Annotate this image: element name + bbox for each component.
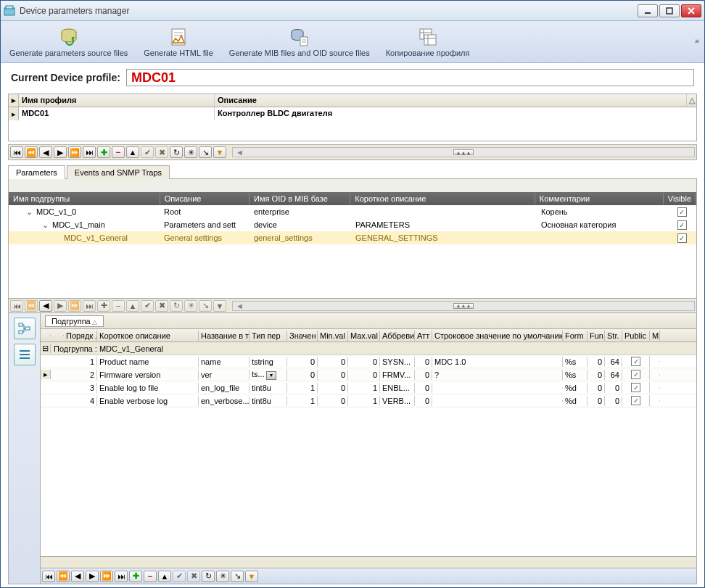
nav-nextpage-button[interactable]: ⏩ [68,146,81,158]
tree-col-visible[interactable]: Visible [664,193,696,204]
cell-type[interactable]: ts...▾ [250,369,287,381]
grid-scrollbar[interactable] [41,556,696,568]
col-strdef[interactable]: Строковое значение по умолчанию [432,331,563,341]
splitter-handle[interactable]: ▲▲▲ [453,303,474,309]
tree-nav-delete[interactable]: − [112,300,125,312]
profiles-row[interactable]: ▸ MDC01 Контроллер BLDC двигателя [9,107,696,120]
tree-nav-prev[interactable]: ◀ [39,300,52,312]
tree-scrollbar[interactable]: ◄ ▲▲▲ [232,301,695,311]
sidebar-tree-view-button[interactable] [14,318,36,339]
nav-gotobookmark-button[interactable]: ↘ [199,146,212,158]
gnav-nextpage[interactable]: ⏩ [100,571,113,582]
gnav-delete[interactable]: − [144,571,157,582]
profiles-grid[interactable]: ▸ Имя профиля Описание △ ▸ MDC01 Контрол… [8,94,697,141]
generate-params-button[interactable]: Generate parameters source files [5,25,132,59]
visible-checkbox[interactable]: ✓ [677,220,687,230]
col-max[interactable]: Max.val [348,331,380,341]
params-row[interactable]: 4Enable verbose logen_verbose...tint8u10… [41,394,696,407]
tree-row[interactable]: MDC_v1_General General settings general_… [9,231,696,244]
profiles-col-name[interactable]: Имя профиля [19,94,215,107]
gnav-prevpage[interactable]: ⏪ [57,571,70,582]
expander-icon[interactable]: ⌄ [25,207,33,217]
dropdown-icon[interactable]: ▾ [266,371,276,380]
nav-scrollbar[interactable]: ◄ ▲▲▲ [232,147,695,157]
sidebar-list-view-button[interactable] [14,344,36,365]
tree-col-desc[interactable]: Описание [160,193,250,204]
col-fun[interactable]: Fun [588,331,605,341]
gnav-filter[interactable]: ▼ [245,571,258,582]
cell-pub[interactable]: ✓ [622,356,650,367]
nav-refresh-button[interactable]: ↻ [170,146,183,158]
params-row[interactable]: 1Product namenametstring000SYSN...0MDC 1… [41,355,696,368]
tree-nav-next[interactable]: ▶ [54,300,67,312]
nav-insert-button[interactable]: ✚ [97,146,110,158]
cell-pub[interactable]: ✓ [622,382,650,393]
visible-checkbox[interactable]: ✓ [677,233,687,243]
gnav-last[interactable]: ⏭ [115,571,128,582]
tab-parameters[interactable]: Parameters [8,165,65,179]
tree-rows[interactable]: ⌄MDC_v1_0 Root enterprise Корень ✓ ⌄MDC_… [9,205,696,298]
gnav-post[interactable]: ✔ [173,571,186,582]
tree-nav-filter[interactable]: ▼ [213,300,226,312]
col-m[interactable]: M [650,331,660,341]
toolbar-expand-button[interactable]: » [693,24,701,57]
tab-events[interactable]: Events and SNMP Traps [67,165,170,179]
params-row[interactable]: ▸2Firmware versionverts...▾000FRMV...0?%… [41,368,696,381]
nav-edit-button[interactable]: ▲ [126,146,139,158]
nav-last-button[interactable]: ⏭ [83,146,96,158]
params-grid-body[interactable]: ⊟ Подгруппа : MDC_v1_General 1Product na… [41,342,696,556]
col-type[interactable]: Тип пер [250,331,287,341]
profiles-col-desc[interactable]: Описание [215,94,686,107]
cell-type[interactable]: tint8u [250,396,287,406]
nav-filter-button[interactable]: ▼ [213,146,226,158]
col-str[interactable]: Str. [605,331,622,341]
tree-row[interactable]: ⌄MDC_v1_0 Root enterprise Корень ✓ [9,205,696,218]
tree-nav-cancel[interactable]: ✖ [155,300,168,312]
col-val[interactable]: Значен [287,331,318,341]
params-group-row[interactable]: ⊟ Подгруппа : MDC_v1_General [41,342,696,355]
col-min[interactable]: Min.val [318,331,348,341]
nav-cancel-button[interactable]: ✖ [155,146,168,158]
col-pub[interactable]: Public [622,331,650,341]
gnav-next[interactable]: ▶ [86,571,99,582]
tree-row[interactable]: ⌄MDC_v1_main Parameters and sett device … [9,218,696,231]
groupby-panel[interactable]: Подгруппа △ [41,313,696,329]
public-checkbox[interactable]: ✓ [631,370,640,379]
generate-html-button[interactable]: Generate HTML file [139,25,218,59]
maximize-button[interactable] [659,4,680,17]
splitter-handle[interactable]: ▲▲▲ [453,149,474,155]
nav-bookmark-button[interactable]: ✳ [184,146,197,158]
tree-nav-refresh[interactable]: ↻ [170,300,183,312]
tree-nav-post[interactable]: ✔ [141,300,154,312]
col-form[interactable]: Form [563,331,588,341]
tree-nav-insert[interactable]: ✚ [97,300,110,312]
tree-nav-edit[interactable]: ▲ [126,300,139,312]
gnav-edit[interactable]: ▲ [158,571,171,582]
gnav-goto[interactable]: ↘ [231,571,244,582]
cell-type[interactable]: tstring [250,357,287,367]
cell-type[interactable]: tint8u [250,383,287,393]
tree-col-short[interactable]: Короткое описание [350,193,535,204]
group-indicator-icon[interactable]: ▸ [9,94,19,107]
gnav-bookmark[interactable]: ✳ [216,571,229,582]
tree-nav-last[interactable]: ⏭ [83,300,96,312]
public-checkbox[interactable]: ✓ [631,357,640,366]
cell-pub[interactable]: ✓ [622,369,650,380]
gnav-cancel[interactable]: ✖ [187,571,200,582]
groupby-chip[interactable]: Подгруппа △ [45,315,104,327]
col-tname[interactable]: Название в те [199,331,250,341]
nav-first-button[interactable]: ⏮ [10,146,23,158]
tree-col-subgroup[interactable]: Имя подгруппы [9,193,160,204]
nav-delete-button[interactable]: − [112,146,125,158]
public-checkbox[interactable]: ✓ [631,383,640,392]
generate-mib-button[interactable]: Generate MIB files and OID source files [225,25,374,59]
tree-nav-bookmark[interactable]: ✳ [184,300,197,312]
col-abbr[interactable]: Аббреви [380,331,415,341]
minimize-button[interactable] [638,4,658,17]
close-button[interactable] [681,4,701,17]
sort-triangle-icon[interactable]: △ [686,94,696,107]
tree-nav-first[interactable]: ⏮ [10,300,23,312]
nav-post-button[interactable]: ✔ [141,146,154,158]
nav-prev-button[interactable]: ◀ [39,146,52,158]
tree-nav-prevpage[interactable]: ⏪ [25,300,38,312]
